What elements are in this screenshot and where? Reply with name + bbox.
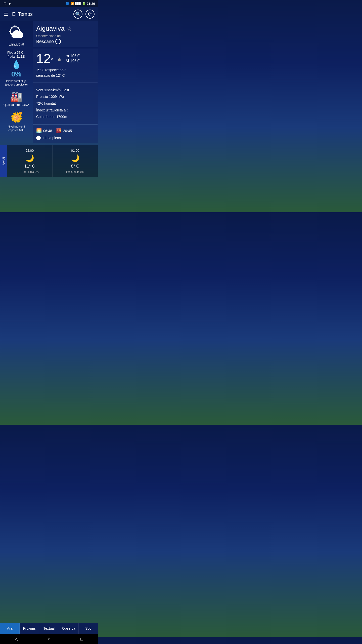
observations-label: Observacions de	[36, 34, 95, 38]
humidity-info: 72% humitat	[36, 100, 95, 107]
hourly-prob-0: Prob. pluja 0%	[21, 170, 39, 173]
info-icon: i	[58, 40, 59, 44]
location-name-row: Aiguaviva ☆	[36, 25, 95, 32]
app-header: ☰ El Temps 🔍 ⟳	[0, 7, 98, 21]
station-name: Bescanó	[36, 39, 54, 44]
hourly-prob-1: Prob. pluja 0%	[66, 170, 84, 173]
raindrop-icon: 💧	[11, 60, 21, 69]
hourly-temp-1: 8° C	[71, 164, 79, 169]
hourly-temp-0: 11° C	[24, 164, 35, 169]
right-panel: Aiguaviva ☆ Observacions de Bescanó i 12…	[33, 21, 98, 143]
menu-icon[interactable]: ☰	[4, 11, 9, 17]
divider-3	[33, 124, 98, 125]
air-quality-label: Qualitat aire BONA	[4, 103, 29, 107]
wifi-icon: 📶	[70, 2, 74, 5]
conditions-card: Vent 13/55km/h Oest Pressió 1009 hPa 72%…	[33, 83, 98, 124]
sunset-item: 🌇 20:45	[56, 128, 72, 134]
hourly-moon-icon-1: 🌙	[71, 154, 80, 162]
sunrise-icon: 🌅	[36, 128, 42, 134]
hourly-items: 22:00 🌙 11° C Prob. pluja 0% 01:00 🌙 8° …	[7, 145, 98, 177]
rain-description: Plou a 95 Km(radar 21:12)	[7, 51, 25, 59]
pollen-label: Nivell pol·len iespores MIG	[8, 125, 25, 132]
avui-tab-label[interactable]: AVUI	[0, 145, 7, 177]
sunset-icon: 🌇	[56, 128, 62, 134]
battery-icon: 🔋	[82, 2, 86, 5]
pollen-icon-wrap: 🌼	[10, 111, 23, 124]
sunset-time: 20:45	[63, 129, 72, 133]
left-panel: 🌥 Ennuvolat Plou a 95 Km(radar 21:12) 💧 …	[0, 21, 33, 143]
refresh-icon: ⟳	[88, 11, 92, 17]
weather-status-area: 🌥 Ennuvolat	[9, 25, 24, 46]
signal-icon: ▋▋▋	[75, 2, 81, 5]
moon-row: Lluna plena	[36, 136, 95, 140]
uv-info: Índex ultravioleta alt	[36, 107, 95, 114]
pollen-dot-indicator	[19, 112, 22, 115]
favorite-star-icon[interactable]: ☆	[67, 25, 72, 32]
temp-max: M 19° C	[66, 59, 80, 63]
sunrise-item: 🌅 06:48	[36, 128, 52, 134]
shield-icon: 🛡	[3, 2, 7, 6]
rain-percent: 0%	[11, 70, 21, 78]
search-icon: 🔍	[75, 11, 81, 17]
wind-info: Vent 13/55km/h Oest	[36, 87, 95, 94]
refresh-button[interactable]: ⟳	[85, 10, 95, 19]
status-bar-left: 🛡 ▶	[3, 2, 12, 6]
hourly-item-1: 01:00 🌙 8° C Prob. pluja 0%	[53, 145, 98, 177]
location-name: Aiguaviva	[36, 25, 65, 32]
bluetooth-icon: 🔵	[66, 2, 69, 5]
weather-cloud-icon: 🌥	[9, 25, 24, 40]
thermometer-icon: 🌡	[56, 55, 63, 63]
sunmoon-card: 🌅 06:48 🌇 20:45 Lluna plena	[33, 125, 98, 143]
pollen-section: 🌼 Nivell pol·len iespores MIG	[8, 111, 25, 132]
hourly-time-1: 01:00	[71, 149, 79, 152]
main-content: 🌥 Ennuvolat Plou a 95 Km(radar 21:12) 💧 …	[0, 21, 98, 143]
time-display: 21:29	[87, 2, 95, 6]
temp-minmax: m 10° C M 19° C	[66, 54, 80, 63]
temp-min: m 10° C	[66, 54, 80, 58]
search-button[interactable]: 🔍	[73, 10, 82, 19]
full-moon-icon	[36, 136, 41, 140]
hourly-item-0: 22:00 🌙 11° C Prob. pluja 0%	[7, 145, 53, 177]
rain-prob-label: Probabilitat pluja(segons predicció)	[5, 79, 28, 87]
divider-1	[33, 48, 98, 48]
snow-level-info: Cota de neu 1700m	[36, 113, 95, 120]
info-button[interactable]: i	[55, 39, 61, 44]
sunrise-time: 06:48	[43, 129, 52, 133]
hourly-moon-icon-0: 🌙	[25, 154, 34, 162]
temperature-card: 12° 🌡 m 10° C M 19° C -6° C respecte ahi…	[33, 49, 98, 82]
sunmoon-row: 🌅 06:48 🌇 20:45	[36, 128, 95, 134]
temp-comparison: -6° C respecte ahir sensació de 12° C	[36, 67, 95, 78]
factory-icon: 🏭	[10, 91, 22, 102]
hourly-time-0: 22:00	[26, 149, 34, 152]
pressure-info: Pressió 1009 hPa	[36, 93, 95, 100]
header-actions: 🔍 ⟳	[73, 10, 95, 19]
weather-condition-label: Ennuvolat	[9, 42, 24, 46]
divider-2	[33, 83, 98, 83]
hourly-forecast-section: AVUI 22:00 🌙 11° C Prob. pluja 0% 01:00 …	[0, 145, 98, 177]
status-bar-right: 🔵 📶 ▋▋▋ 🔋 21:29	[66, 2, 95, 6]
app-title: El Temps	[12, 11, 73, 17]
rain-section: Plou a 95 Km(radar 21:12) 💧 0% Probabili…	[5, 51, 28, 87]
status-bar: 🛡 ▶ 🔵 📶 ▋▋▋ 🔋 21:29	[0, 0, 98, 7]
notification-icon: ▶	[8, 2, 12, 6]
moon-phase-label: Lluna plena	[43, 136, 61, 140]
location-card: Aiguaviva ☆ Observacions de Bescanó i	[33, 21, 98, 47]
air-quality-section: 🏭 Qualitat aire BONA	[4, 91, 29, 107]
temp-main-row: 12° 🌡 m 10° C M 19° C	[36, 52, 95, 65]
station-row: Bescanó i	[36, 39, 95, 44]
temperature-value: 12°	[36, 52, 54, 65]
